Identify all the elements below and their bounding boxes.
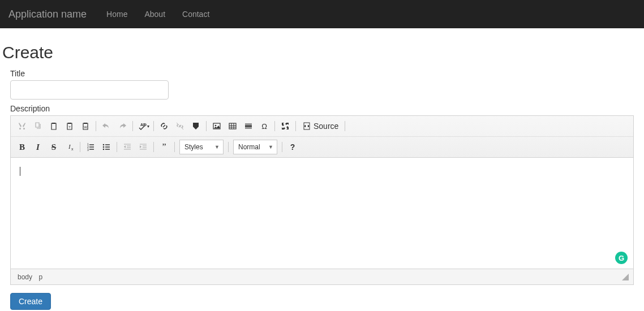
svg-point-15 bbox=[103, 149, 105, 150]
nav-link-about[interactable]: About bbox=[136, 10, 174, 19]
remove-format-button[interactable]: Ix bbox=[62, 139, 78, 155]
svg-point-4 bbox=[215, 125, 217, 127]
special-char-button[interactable]: Ω bbox=[256, 118, 272, 134]
italic-icon: I bbox=[36, 142, 40, 152]
spellcheck-button[interactable]: ABC▾ bbox=[135, 118, 151, 134]
svg-text:?: ? bbox=[290, 142, 295, 152]
editor-toolbar: T W ABC▾ Ω Source bbox=[11, 116, 633, 158]
title-input[interactable] bbox=[10, 80, 169, 100]
path-p[interactable]: p bbox=[36, 272, 45, 282]
horizontal-rule-button[interactable] bbox=[241, 118, 256, 134]
undo-button[interactable] bbox=[98, 118, 114, 134]
numbered-list-button[interactable]: 123 bbox=[83, 139, 98, 155]
paste-button[interactable] bbox=[46, 118, 62, 134]
cut-button[interactable] bbox=[14, 118, 30, 134]
svg-point-14 bbox=[103, 146, 105, 148]
nav-link-contact[interactable]: Contact bbox=[174, 10, 218, 19]
path-body[interactable]: body bbox=[15, 272, 35, 282]
editor-body[interactable]: G bbox=[11, 158, 633, 269]
toolbar-separator bbox=[153, 121, 154, 131]
svg-rect-5 bbox=[229, 123, 236, 129]
svg-text:Ω: Ω bbox=[261, 122, 267, 131]
description-label: Description bbox=[10, 104, 634, 113]
styles-combo[interactable]: Styles▼ bbox=[179, 140, 224, 154]
toolbar-separator bbox=[295, 121, 296, 131]
svg-text:3: 3 bbox=[87, 148, 89, 152]
blockquote-button[interactable]: ” bbox=[156, 139, 172, 155]
svg-text:T: T bbox=[68, 126, 71, 129]
resize-handle[interactable] bbox=[622, 274, 629, 280]
element-path: body p bbox=[15, 273, 45, 281]
maximize-button[interactable] bbox=[277, 118, 293, 134]
anchor-button[interactable] bbox=[188, 118, 204, 134]
svg-text:”: ” bbox=[162, 142, 166, 152]
table-button[interactable] bbox=[225, 118, 241, 134]
toolbar-separator bbox=[228, 142, 229, 152]
toolbar-separator bbox=[206, 121, 207, 131]
redo-button[interactable] bbox=[114, 118, 130, 134]
svg-point-13 bbox=[103, 144, 105, 146]
source-label: Source bbox=[314, 122, 338, 131]
indent-button[interactable] bbox=[135, 139, 151, 155]
rich-text-editor: T W ABC▾ Ω Source bbox=[10, 115, 634, 285]
toolbar-separator bbox=[282, 142, 282, 152]
text-cursor bbox=[20, 167, 20, 176]
toolbar-separator bbox=[117, 142, 117, 152]
copy-button[interactable] bbox=[30, 118, 46, 134]
page-container: Create Title Description T W ABC▾ bbox=[0, 28, 644, 311]
title-label: Title bbox=[10, 69, 634, 78]
toolbar-separator bbox=[80, 142, 80, 152]
svg-text:W: W bbox=[84, 126, 87, 129]
source-button[interactable]: Source bbox=[298, 118, 342, 134]
bold-icon: B bbox=[19, 142, 25, 152]
navbar-brand[interactable]: Application name bbox=[8, 8, 87, 20]
toolbar-row-2: B I S Ix 123 ” Styles▼ Normal▼ ? bbox=[11, 136, 633, 157]
strike-button[interactable]: S bbox=[46, 139, 62, 155]
chevron-down-icon: ▼ bbox=[214, 144, 220, 150]
toolbar-separator bbox=[174, 142, 175, 152]
bullet-list-button[interactable] bbox=[98, 139, 114, 155]
strike-icon: S bbox=[51, 142, 56, 152]
toolbar-separator bbox=[274, 121, 275, 131]
create-button[interactable]: Create bbox=[10, 293, 51, 310]
title-field-group: Title bbox=[10, 69, 634, 100]
svg-text:ABC: ABC bbox=[140, 123, 147, 127]
toolbar-separator bbox=[153, 142, 154, 152]
toolbar-separator bbox=[345, 121, 345, 131]
image-button[interactable] bbox=[209, 118, 225, 134]
italic-button[interactable]: I bbox=[30, 139, 46, 155]
styles-combo-label: Styles bbox=[184, 143, 203, 151]
unlink-button[interactable] bbox=[172, 118, 188, 134]
toolbar-separator bbox=[132, 121, 133, 131]
outdent-button[interactable] bbox=[119, 139, 135, 155]
nav-link-home[interactable]: Home bbox=[98, 10, 136, 19]
toolbar-row-1: T W ABC▾ Ω Source bbox=[11, 116, 633, 136]
paste-text-button[interactable]: T bbox=[62, 118, 78, 134]
bold-button[interactable]: B bbox=[14, 139, 30, 155]
description-label-group: Description bbox=[10, 104, 634, 113]
editor-footer: body p bbox=[11, 269, 633, 284]
about-button[interactable]: ? bbox=[285, 139, 300, 155]
svg-text:x: x bbox=[71, 147, 74, 151]
paste-word-button[interactable]: W bbox=[78, 118, 93, 134]
format-combo[interactable]: Normal▼ bbox=[233, 140, 277, 154]
chevron-down-icon: ▼ bbox=[268, 144, 273, 150]
page-heading: Create bbox=[2, 43, 634, 62]
grammarly-icon[interactable]: G bbox=[615, 252, 628, 264]
navbar: Application name Home About Contact bbox=[0, 0, 644, 28]
format-combo-label: Normal bbox=[238, 143, 260, 151]
toolbar-separator bbox=[96, 121, 96, 131]
link-button[interactable] bbox=[156, 118, 172, 134]
